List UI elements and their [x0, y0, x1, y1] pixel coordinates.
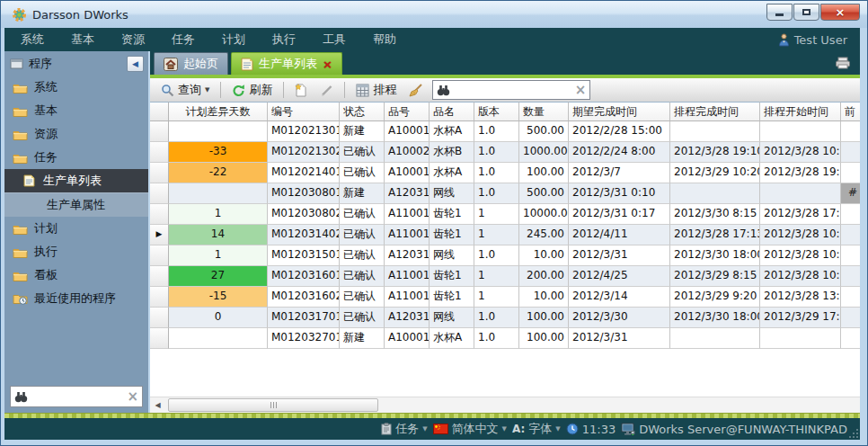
- column-header-5[interactable]: 品名: [430, 102, 474, 121]
- cell-version[interactable]: 1.0: [474, 183, 519, 204]
- cell-diff[interactable]: 0: [169, 308, 268, 328]
- cell-diff[interactable]: [169, 183, 268, 204]
- cell-sched_start[interactable]: [760, 328, 841, 349]
- cell-diff[interactable]: -15: [169, 287, 268, 308]
- cell-qty[interactable]: 1000.00: [519, 142, 569, 163]
- cell-item_name[interactable]: 齿轮1: [430, 287, 474, 308]
- cell-item_no[interactable]: A12031: [385, 308, 430, 328]
- cell-id[interactable]: M012030801: [268, 183, 340, 204]
- cell-item_name[interactable]: 水杯B: [430, 142, 474, 163]
- column-header-7[interactable]: 数量: [519, 102, 569, 121]
- cell-status[interactable]: 已确认: [340, 204, 385, 225]
- cell-diff[interactable]: [169, 328, 268, 349]
- cell-item_no[interactable]: A12031: [385, 245, 430, 266]
- cell-status[interactable]: 新建: [340, 183, 385, 204]
- column-header-11[interactable]: 前: [841, 102, 860, 121]
- cell-sched_start[interactable]: 2012/3/28 17:13: [760, 204, 841, 225]
- column-header-8[interactable]: 期望完成时间: [569, 102, 670, 121]
- sidebar-item-7[interactable]: 计划: [4, 217, 148, 240]
- menu-item-1[interactable]: 系统: [21, 31, 44, 48]
- cell-qty[interactable]: 500.00: [519, 183, 569, 204]
- sidebar-item-6[interactable]: 生产单属性: [4, 192, 148, 217]
- cell-expect[interactable]: 2012/3/31 0:17: [569, 204, 670, 225]
- cell-marker[interactable]: [841, 121, 860, 142]
- refresh-button[interactable]: 刷新: [228, 80, 276, 100]
- cell-qty[interactable]: 10000.00: [519, 204, 569, 225]
- menu-item-4[interactable]: 任务: [172, 31, 195, 48]
- row-header[interactable]: [150, 204, 169, 225]
- cell-status[interactable]: 已确认: [340, 245, 385, 266]
- cell-qty[interactable]: 100.00: [519, 308, 569, 328]
- cell-qty[interactable]: 200.00: [519, 266, 569, 287]
- table-row[interactable]: -33M012021302已确认A10002水杯B1.01000.002012/…: [150, 142, 860, 163]
- column-header-3[interactable]: 状态: [340, 102, 385, 121]
- table-row[interactable]: M012032701新建A10001水杯A1.0100.002012/3/31: [150, 328, 860, 349]
- cell-marker[interactable]: [841, 163, 860, 183]
- column-header-1[interactable]: 计划差异天数: [169, 102, 268, 121]
- table-row[interactable]: -22M012021401已确认A10001水杯A1.0100.002012/3…: [150, 163, 860, 183]
- cell-expect[interactable]: 2012/3/7: [569, 163, 670, 183]
- cell-item_name[interactable]: 网线: [430, 308, 474, 328]
- cell-id[interactable]: M012031501: [268, 245, 340, 266]
- column-header-4[interactable]: 品号: [385, 102, 430, 121]
- close-tab-icon[interactable]: ×: [323, 58, 332, 70]
- cell-status[interactable]: 新建: [340, 121, 385, 142]
- table-search-input[interactable]: [454, 83, 571, 97]
- cell-status[interactable]: 已确认: [340, 266, 385, 287]
- cell-sched_start[interactable]: 2012/3/29 17:46: [760, 308, 841, 328]
- cell-diff[interactable]: -22: [169, 163, 268, 183]
- column-header-9[interactable]: 排程完成时间: [670, 102, 760, 121]
- cell-expect[interactable]: 2012/4/25: [569, 266, 670, 287]
- printer-icon[interactable]: [835, 57, 851, 69]
- cell-marker[interactable]: [841, 266, 860, 287]
- cell-expect[interactable]: 2012/3/31 0:10: [569, 183, 670, 204]
- new-button[interactable]: [291, 81, 311, 99]
- cell-item_name[interactable]: 网线: [430, 245, 474, 266]
- sidebar-item-5[interactable]: 生产单列表: [4, 169, 148, 192]
- cell-diff[interactable]: 1: [169, 204, 268, 225]
- scrollbar-thumb[interactable]: [168, 398, 378, 412]
- cell-version[interactable]: 1: [474, 204, 519, 225]
- cell-expect[interactable]: 2012/2/28 15:00: [569, 121, 670, 142]
- cell-expect[interactable]: 2012/3/30: [569, 308, 670, 328]
- menu-item-7[interactable]: 工具: [323, 31, 346, 48]
- cell-status[interactable]: 已确认: [340, 287, 385, 308]
- cell-item_no[interactable]: A10001: [385, 328, 430, 349]
- cell-id[interactable]: M012032701: [268, 328, 340, 349]
- cell-diff[interactable]: 1: [169, 245, 268, 266]
- cell-sched_end[interactable]: 2012/3/28 17:13: [670, 225, 760, 245]
- cell-marker[interactable]: [841, 328, 860, 349]
- collapse-sidebar-icon[interactable]: ◀: [127, 56, 144, 72]
- cell-marker[interactable]: [841, 308, 860, 328]
- cell-sched_start[interactable]: 2012/3/28 10:52: [760, 266, 841, 287]
- task-menu[interactable]: 任务 ▼: [381, 421, 427, 437]
- menu-item-8[interactable]: 帮助: [373, 31, 396, 48]
- cell-marker[interactable]: [841, 204, 860, 225]
- cell-marker[interactable]: #: [841, 183, 860, 204]
- cell-item_no[interactable]: A11001: [385, 287, 430, 308]
- row-header[interactable]: [150, 245, 169, 266]
- cell-version[interactable]: 1.0: [474, 142, 519, 163]
- menu-item-2[interactable]: 基本: [71, 31, 94, 48]
- cell-id[interactable]: M012031402: [268, 225, 340, 245]
- cell-item_name[interactable]: 网线: [430, 183, 474, 204]
- table-row[interactable]: 27M012031601已确认A11001齿轮11200.002012/4/25…: [150, 266, 860, 287]
- cell-diff[interactable]: -33: [169, 142, 268, 163]
- row-header[interactable]: [150, 183, 169, 204]
- cell-expect[interactable]: 2012/4/11: [569, 225, 670, 245]
- cell-item_name[interactable]: 水杯A: [430, 121, 474, 142]
- selected-row-indicator[interactable]: ▶: [150, 225, 169, 245]
- cell-version[interactable]: 1: [474, 287, 519, 308]
- cell-expect[interactable]: 2012/3/31: [569, 328, 670, 349]
- row-header[interactable]: [150, 287, 169, 308]
- clear-search-icon[interactable]: ×: [127, 390, 138, 404]
- table-row[interactable]: M012021301新建A10001水杯A1.0500.002012/2/28 …: [150, 121, 860, 142]
- maximize-button[interactable]: [793, 4, 819, 21]
- cell-status[interactable]: 已确认: [340, 163, 385, 183]
- sidebar-item-3[interactable]: 资源: [4, 122, 148, 146]
- query-button[interactable]: 查询 ▼: [157, 80, 213, 100]
- user-menu[interactable]: Test User: [778, 33, 847, 47]
- cell-id[interactable]: M012031701: [268, 308, 340, 328]
- cell-qty[interactable]: 245.00: [519, 225, 569, 245]
- table-row[interactable]: 1M012030802已确认A11001齿轮1110000.002012/3/3…: [150, 204, 860, 225]
